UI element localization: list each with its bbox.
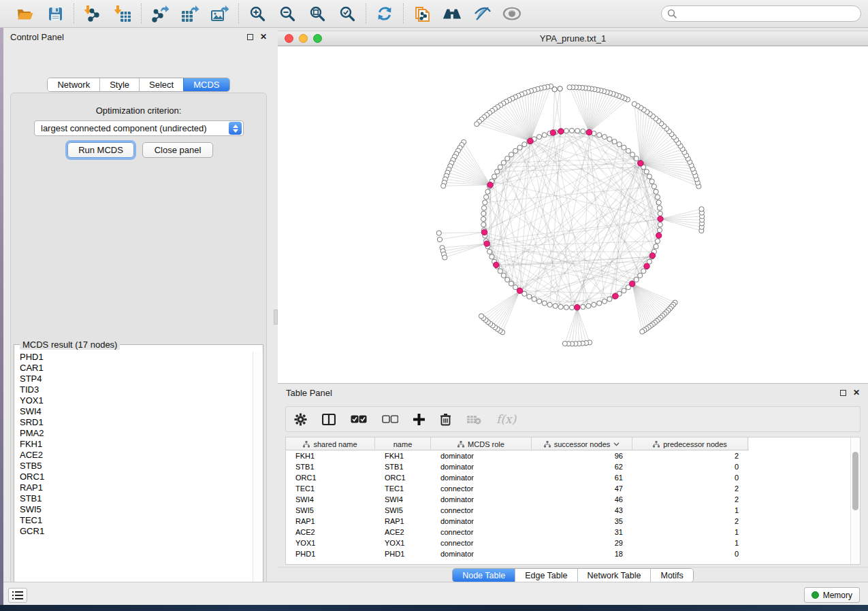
deselect-all-icon[interactable] [382, 410, 398, 428]
column-header-predecessor-nodes[interactable]: predecessor nodes [632, 437, 748, 450]
tab-style[interactable]: Style [99, 78, 139, 91]
find-binoculars-icon[interactable] [443, 4, 462, 23]
close-panel-icon[interactable]: ✕ [260, 34, 267, 40]
table-cell[interactable]: 0 [632, 461, 748, 472]
table-row[interactable]: PHD1PHD1dominator180 [286, 548, 851, 559]
mcds-result-list[interactable]: PHD1CAR1STP4TID3YOX1SWI4SRD1PMA2FKH1ACE2… [15, 352, 252, 591]
table-cell[interactable]: dominator [431, 450, 532, 461]
search-input[interactable] [677, 9, 855, 18]
criterion-dropdown[interactable]: largest connected component (undirected) [34, 120, 244, 136]
network-window-titlebar[interactable]: YPA_prune.txt_1 [278, 31, 868, 46]
table-cell[interactable]: TEC1 [286, 483, 375, 494]
mcds-result-item[interactable]: TID3 [15, 384, 252, 395]
table-row[interactable]: RAP1RAP1dominator352 [286, 516, 851, 527]
table-cell[interactable]: 62 [532, 461, 632, 472]
table-cell[interactable]: SWI4 [375, 494, 431, 505]
show-panels-menu-button[interactable] [8, 588, 27, 603]
table-cell[interactable]: TEC1 [375, 483, 431, 494]
table-cell[interactable]: 2 [632, 450, 748, 461]
mcds-result-item[interactable]: SWI5 [15, 504, 252, 515]
column-header-mcds-role[interactable]: MCDS role [431, 437, 532, 450]
table-scrollbar[interactable] [850, 437, 860, 564]
table-cell[interactable]: 96 [532, 450, 632, 461]
table-cell[interactable]: 1 [632, 505, 748, 516]
column-header-successor-nodes[interactable]: successor nodes [532, 437, 632, 450]
delete-trash-icon[interactable] [440, 410, 451, 428]
table-cell[interactable]: SWI4 [286, 494, 375, 505]
float-panel-icon[interactable] [247, 34, 253, 40]
column-header-shared-name[interactable]: shared name [286, 437, 375, 450]
table-cell[interactable]: connector [431, 483, 532, 494]
table-cell[interactable]: STB1 [286, 461, 375, 472]
mcds-result-item[interactable]: ORC1 [15, 472, 252, 482]
table-row[interactable]: YOX1YOX1connector291 [286, 538, 851, 548]
tab-motifs[interactable]: Motifs [650, 569, 692, 582]
table-cell[interactable]: 1 [632, 527, 748, 538]
mcds-result-item[interactable]: CAR1 [15, 363, 252, 374]
table-cell[interactable]: ACE2 [375, 527, 431, 538]
table-cell[interactable]: dominator [431, 494, 532, 505]
table-cell[interactable]: connector [431, 505, 532, 516]
zoom-out-icon[interactable] [278, 4, 297, 23]
tab-network[interactable]: Network [48, 78, 99, 91]
table-row[interactable]: FKH1FKH1dominator962 [286, 450, 851, 461]
mcds-result-item[interactable]: STP4 [15, 374, 252, 384]
table-cell[interactable]: ORC1 [286, 472, 375, 483]
table-cell[interactable]: 2 [632, 516, 748, 527]
export-image-icon[interactable] [210, 4, 229, 23]
table-row[interactable]: ACE2ACE2connector311 [286, 527, 851, 538]
table-row[interactable]: SWI4SWI4dominator462 [286, 494, 851, 505]
table-cell[interactable]: ORC1 [375, 472, 431, 483]
table-cell[interactable]: 29 [532, 538, 632, 548]
table-cell[interactable]: YOX1 [375, 538, 431, 548]
zoom-in-icon[interactable] [248, 4, 267, 23]
table-cell[interactable]: 0 [632, 548, 748, 559]
table-cell[interactable]: 18 [532, 548, 632, 559]
table-cell[interactable]: YOX1 [286, 538, 375, 548]
copy-network-icon[interactable] [413, 4, 432, 23]
tab-select[interactable]: Select [139, 78, 183, 91]
zoom-selected-icon[interactable] [338, 4, 357, 23]
mcds-list-scrollbar[interactable] [253, 352, 262, 591]
float-panel-icon[interactable] [840, 390, 846, 396]
table-cell[interactable]: dominator [431, 516, 532, 527]
table-cell[interactable]: RAP1 [286, 516, 375, 527]
search-box[interactable] [661, 5, 861, 22]
mcds-result-item[interactable]: TEC1 [15, 515, 252, 526]
save-session-icon[interactable] [46, 4, 65, 23]
close-panel-icon[interactable]: ✕ [853, 390, 860, 396]
table-cell[interactable]: 35 [532, 516, 632, 527]
table-cell[interactable]: 46 [532, 494, 632, 505]
table-row[interactable]: TEC1TEC1connector472 [286, 483, 851, 494]
table-cell[interactable]: 31 [532, 527, 632, 538]
export-table-icon[interactable] [180, 4, 199, 23]
tab-mcds[interactable]: MCDS [183, 78, 229, 91]
show-all-eye-icon[interactable] [502, 4, 521, 23]
mcds-result-item[interactable]: GCR1 [15, 526, 252, 537]
import-table-icon[interactable] [113, 4, 132, 23]
table-row[interactable]: ORC1ORC1dominator610 [286, 472, 851, 483]
column-view-icon[interactable] [322, 410, 336, 428]
network-graph[interactable] [278, 46, 868, 383]
table-cell[interactable]: connector [431, 527, 532, 538]
table-cell[interactable]: connector [431, 538, 532, 548]
mcds-result-item[interactable]: ACE2 [15, 450, 252, 461]
mcds-result-item[interactable]: STB5 [15, 461, 252, 472]
table-cell[interactable]: dominator [431, 548, 532, 559]
add-column-plus-icon[interactable] [413, 410, 425, 428]
table-cell[interactable]: ACE2 [286, 527, 375, 538]
table-scrollbar-thumb[interactable] [852, 452, 858, 510]
close-panel-button[interactable]: Close panel [142, 142, 213, 158]
mcds-result-item[interactable]: YOX1 [15, 395, 252, 406]
select-all-icon[interactable] [351, 410, 367, 428]
table-cell[interactable]: 2 [632, 494, 748, 505]
tab-network-table[interactable]: Network Table [577, 569, 651, 582]
table-cell[interactable]: RAP1 [375, 516, 431, 527]
table-cell[interactable]: dominator [431, 461, 532, 472]
tab-edge-table[interactable]: Edge Table [515, 569, 577, 582]
table-cell[interactable]: 43 [532, 505, 632, 516]
hide-selected-icon[interactable] [472, 4, 492, 23]
table-row[interactable]: STB1STB1dominator620 [286, 461, 851, 472]
open-session-icon[interactable] [16, 4, 35, 23]
table-cell[interactable]: FKH1 [375, 450, 431, 461]
